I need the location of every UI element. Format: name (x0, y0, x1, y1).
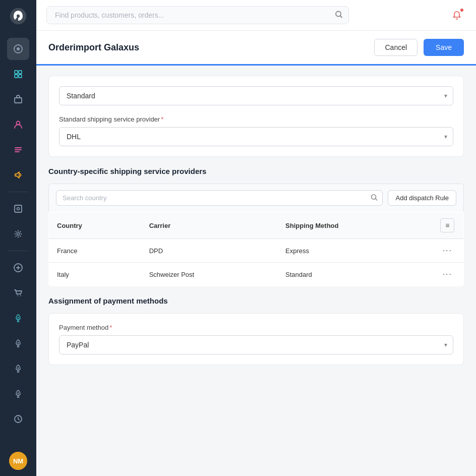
table-row: Italy Schweizer Post Standard ··· (49, 263, 464, 286)
sidebar-divider-1 (8, 192, 28, 192)
cell-method-express: Express (277, 239, 432, 263)
cancel-button[interactable]: Cancel (374, 39, 418, 56)
add-dispatch-rule-button[interactable]: Add dispatch Rule (388, 190, 456, 206)
country-shipping-section: Country-specific shipping service provid… (48, 167, 464, 286)
row-menu-button-france[interactable]: ··· (440, 245, 455, 256)
search-bar (46, 6, 349, 24)
row-menu-button-italy[interactable]: ··· (440, 269, 455, 280)
payment-card: Payment method* PayPal Credit Card Bank … (48, 313, 464, 365)
header-actions: Cancel Save (374, 39, 464, 56)
cell-carrier-schweizer: Schweizer Post (141, 263, 277, 286)
svg-point-18 (18, 393, 19, 394)
shipping-type-select[interactable]: Standard Express Economy (59, 86, 453, 105)
svg-point-14 (20, 295, 21, 296)
svg-point-10 (17, 208, 20, 210)
svg-point-16 (18, 342, 19, 344)
payment-section-title: Assignment of payment methods (48, 296, 464, 305)
col-actions: ≡ (432, 212, 464, 239)
page-header: Orderimport Galaxus Cancel Save (36, 31, 476, 66)
svg-point-11 (17, 233, 20, 235)
main-area: Orderimport Galaxus Cancel Save Standard… (36, 0, 476, 476)
sidebar-item-add-channel[interactable] (7, 257, 29, 279)
svg-point-0 (10, 8, 26, 24)
country-shipping-card: Add dispatch Rule Country Carrier Shippi… (48, 184, 464, 286)
svg-point-2 (17, 47, 20, 50)
app-logo[interactable] (8, 6, 28, 26)
cell-row-actions-italy: ··· (432, 263, 464, 286)
topbar (36, 0, 476, 31)
notification-badge (460, 8, 464, 12)
sidebar-item-rocket3[interactable] (7, 358, 29, 380)
cell-method-standard: Standard (277, 263, 432, 286)
payment-method-label: Payment method* (59, 324, 453, 331)
svg-rect-7 (15, 98, 22, 103)
col-country: Country (49, 212, 141, 239)
sidebar-item-rocket1[interactable] (7, 307, 29, 329)
search-input[interactable] (46, 6, 349, 24)
page-title: Orderimport Galaxus (48, 42, 139, 53)
payment-section: Assignment of payment methods Payment me… (48, 296, 464, 365)
search-button[interactable] (335, 11, 343, 20)
column-settings-icon[interactable]: ≡ (440, 218, 454, 232)
svg-point-13 (17, 295, 18, 296)
sidebar: NM (0, 0, 36, 476)
svg-point-15 (18, 317, 19, 319)
sidebar-item-rocket4[interactable] (7, 383, 29, 405)
sidebar-bottom: NM (9, 452, 27, 470)
svg-rect-4 (19, 71, 22, 74)
standard-shipping-wrapper: DHL DPD UPS Schweizer Post ▾ (59, 127, 453, 146)
svg-rect-6 (19, 75, 22, 78)
country-shipping-title: Country-specific shipping service provid… (48, 167, 464, 175)
standard-shipping-select[interactable]: DHL DPD UPS Schweizer Post (59, 127, 453, 146)
cell-carrier-dpd: DPD (141, 239, 277, 263)
sidebar-item-settings-box[interactable] (7, 198, 29, 220)
sidebar-item-rocket2[interactable] (7, 332, 29, 354)
col-shipping-method: Shipping Method (277, 212, 432, 239)
payment-method-select[interactable]: PayPal Credit Card Bank Transfer Invoice (59, 335, 453, 354)
payment-method-wrapper: PayPal Credit Card Bank Transfer Invoice… (59, 335, 453, 354)
cell-country-france: France (49, 239, 141, 263)
page-content: Standard Express Economy ▾ Standard ship… (36, 66, 476, 476)
col-carrier: Carrier (141, 212, 277, 239)
country-search-input[interactable] (56, 190, 383, 206)
sidebar-item-users[interactable] (7, 113, 29, 136)
save-button[interactable]: Save (424, 39, 464, 56)
table-body: France DPD Express ··· Italy Schweizer P… (49, 239, 464, 286)
topbar-right (448, 6, 466, 24)
table-row: France DPD Express ··· (49, 239, 464, 263)
user-avatar[interactable]: NM (9, 452, 27, 470)
svg-point-17 (18, 368, 19, 369)
notification-button[interactable] (448, 6, 466, 24)
sidebar-divider-2 (8, 251, 28, 251)
shipping-type-section: Standard Express Economy ▾ Standard ship… (48, 76, 464, 157)
svg-rect-9 (15, 205, 22, 212)
sidebar-item-list[interactable] (7, 139, 29, 161)
table-toolbar: Add dispatch Rule (48, 184, 464, 212)
sidebar-item-dashboard[interactable] (7, 38, 29, 60)
sidebar-item-megaphone[interactable] (7, 164, 29, 186)
country-shipping-table: Country Carrier Shipping Method ≡ France… (48, 212, 464, 286)
cell-row-actions-france: ··· (432, 239, 464, 263)
svg-rect-5 (15, 75, 18, 78)
sidebar-item-package[interactable] (7, 88, 29, 110)
sidebar-item-grid[interactable] (7, 63, 29, 85)
sidebar-item-cart[interactable] (7, 282, 29, 304)
sidebar-item-gear[interactable] (7, 223, 29, 245)
cell-country-italy: Italy (49, 263, 141, 286)
table-header-row: Country Carrier Shipping Method ≡ (49, 212, 464, 239)
svg-rect-3 (15, 71, 18, 74)
shipping-type-wrapper: Standard Express Economy ▾ (59, 86, 453, 105)
sidebar-item-clock[interactable] (7, 408, 29, 430)
standard-shipping-label: Standard shipping service provider* (59, 115, 453, 123)
country-search-wrapper (56, 190, 383, 206)
